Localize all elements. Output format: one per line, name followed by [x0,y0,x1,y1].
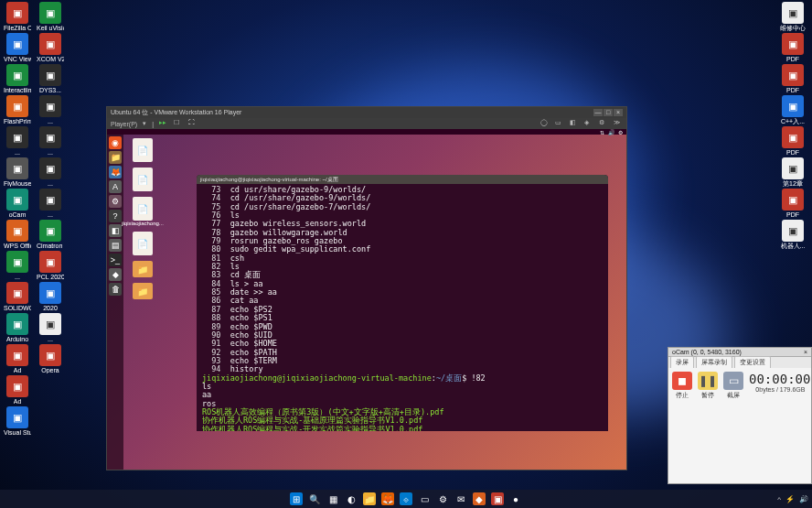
ubuntu-indicator-power-icon[interactable]: ⚙ [618,129,623,135]
desktop-icon[interactable]: ▣Ad [4,375,31,405]
vmware-device-icon[interactable]: ◈ [584,119,593,128]
tray-chevron-icon[interactable]: ^ [777,495,781,503]
desktop-icon[interactable]: ▣Keil uVision5 [37,2,64,31]
vmware-device-icon[interactable]: ◯ [540,119,550,128]
vmware-snapshot-icon[interactable]: ☐ [174,119,183,128]
desktop-icon[interactable]: ▣PDF [779,64,807,93]
desktop-icon[interactable]: ▣... [37,189,64,218]
ocam-close-button[interactable]: × [804,349,807,355]
desktop-icon[interactable]: ▣机器人... [779,220,807,249]
ocam-tab-record[interactable]: 录屏 [670,356,694,368]
desktop-icon[interactable]: ▣XCOM V2.2.exe [37,33,64,62]
vmware-fullscreen-icon[interactable]: ⛶ [188,119,198,128]
launcher-software-icon[interactable]: A [109,180,122,193]
desktop-icon[interactable]: ▣... [4,251,31,280]
vmware-player-menu[interactable]: Player(P) [111,121,137,127]
vmware-device-icon[interactable]: ⚙ [599,119,608,128]
desktop-icon[interactable]: ▣WPS Office [4,220,31,249]
taskbar-tray[interactable]: ^ ⚡ 🔊 [777,495,808,503]
vmware-device-icon[interactable]: ▭ [555,119,564,128]
vmware-device-icon[interactable]: ◧ [570,119,579,128]
desktop-icon[interactable]: ▣2020 [37,282,64,311]
vmware-titlebar[interactable]: Ubuntu 64 位 - VMware Workstation 16 Play… [107,107,626,118]
desktop-icon[interactable]: ▣PDF [779,189,807,218]
ubuntu-terminal[interactable]: jiqixiaojiachong@jiqixiaojiachong-virtua… [197,175,608,431]
launcher-app-icon[interactable]: ◧ [109,224,122,237]
ubuntu-desktop-file[interactable]: 📄 [127,232,158,255]
desktop-icon[interactable]: ▣... [37,157,64,187]
vmware-play-icon[interactable]: ▸▸ [159,119,168,128]
vmware-min-button[interactable]: — [593,109,603,116]
taskbar-vscode-icon[interactable]: ⟐ [400,492,412,505]
desktop-icon[interactable]: ▣Arduino [4,313,31,342]
taskbar-widgets-icon[interactable]: ◐ [345,492,358,505]
desktop-icon[interactable]: ▣VNC Viewer [4,33,31,62]
desktop-icon[interactable]: ▣PDF [779,33,807,62]
desktop-icon[interactable]: ▣FlyMouse [4,157,31,187]
tray-wifi-icon[interactable]: ⚡ [785,495,795,503]
desktop-icon[interactable]: ▣... [37,313,64,342]
desktop-icon[interactable]: ▣Opera [37,344,64,373]
ubuntu-desktop-file[interactable]: 📄 [127,168,158,191]
terminal-titlebar[interactable]: jiqixiaojiachong@jiqixiaojiachong-virtua… [197,175,608,184]
ocam-screenshot-button[interactable]: ▭ 截屏 [723,372,743,400]
ocam-tab-screen[interactable]: 屏幕录制 [696,356,732,368]
app-icon: ▣ [39,282,61,304]
launcher-app-icon[interactable]: ◆ [109,268,122,281]
taskbar-app-icon[interactable]: ✉ [454,492,467,505]
ubuntu-desktop-file[interactable]: 📄 [127,138,158,162]
launcher-files-icon[interactable]: 📁 [109,151,122,164]
taskbar-app-icon[interactable]: ⚙ [436,492,449,505]
taskbar-firefox-icon[interactable]: 🦊 [381,492,394,505]
ubuntu-topbar[interactable]: ⇅ 🔊 ⚙ [107,129,626,135]
desktop-icon[interactable]: ▣PCL 2020 [37,251,64,280]
launcher-terminal-icon[interactable]: >_ [109,254,122,266]
ocam-stop-button[interactable]: ◼ 停止 [672,372,692,400]
launcher-settings-icon[interactable]: ⚙ [109,195,122,208]
desktop-icon[interactable]: ▣维修中心 [779,2,807,31]
ubuntu-desktop-file[interactable]: 📁 [127,283,158,299]
taskbar-taskview-icon[interactable]: ▦ [326,492,339,505]
taskbar-ocam-icon[interactable]: ● [509,492,522,505]
ubuntu-indicator-network-icon[interactable]: ⇅ [600,129,604,135]
taskbar-vmware-icon[interactable]: ▣ [491,492,504,505]
app-icon: ▣ [6,313,28,335]
desktop-icon[interactable]: ▣Ad [4,344,31,373]
ocam-pause-button[interactable]: ❚❚ 暂停 [698,372,718,400]
desktop-icon[interactable]: ▣oCam [4,189,31,218]
ocam-tab-settings[interactable]: 变更设置 [734,356,771,368]
vmware-max-button[interactable]: □ [604,109,613,116]
vmware-close-button[interactable]: × [614,109,623,116]
terminal-body[interactable]: 73 cd usr/share/gazebo-9/worlds/ 74 cd /… [197,184,608,431]
launcher-trash-icon[interactable]: 🗑 [109,283,122,296]
desktop-icon[interactable]: ▣... [37,95,64,124]
taskbar-start-button[interactable]: ⊞ [290,492,303,505]
tray-volume-icon[interactable]: 🔊 [799,495,808,503]
desktop-icon[interactable]: ▣C++入... [779,95,807,124]
ubuntu-indicator-sound-icon[interactable]: 🔊 [608,129,614,135]
desktop-icon[interactable]: ▣SOLIDWORKS [4,282,31,311]
app-icon: ▣ [6,2,28,24]
desktop-icon[interactable]: ▣... [4,126,31,156]
desktop-icon[interactable]: ▣FileZilla Client [4,2,31,31]
taskbar-app-icon[interactable]: ▭ [418,492,431,505]
launcher-help-icon[interactable]: ? [109,210,122,222]
taskbar-search-icon[interactable]: 🔍 [308,492,321,505]
ubuntu-desktop-file[interactable]: 📄jiqixiaojiachong... [127,197,158,226]
launcher-firefox-icon[interactable]: 🦊 [109,166,122,178]
launcher-app-icon[interactable]: ▤ [109,239,122,252]
launcher-dash-icon[interactable]: ◉ [109,136,122,149]
desktop-icon[interactable]: ▣PDF [779,126,807,156]
desktop-icon[interactable]: ▣第12章 [779,157,807,187]
desktop-icon[interactable]: ▣Cimatron 2020 [37,220,64,249]
ubuntu-desktop-file[interactable]: 📁 [127,261,158,277]
vmware-device-icon[interactable]: ≫ [614,119,623,128]
desktop-icon[interactable]: ▣Interactlink [4,64,31,93]
taskbar-explorer-icon[interactable]: 📁 [363,492,376,505]
taskbar-app-icon[interactable]: ◆ [473,492,486,505]
desktop-icon[interactable]: ▣DYS3... [37,64,64,93]
desktop-icon[interactable]: ▣FlashPrint [4,95,31,124]
desktop-icon[interactable]: ▣Visual Studio Code [4,406,31,436]
desktop-icon[interactable]: ▣... [37,126,64,156]
app-icon: ▣ [6,189,28,211]
